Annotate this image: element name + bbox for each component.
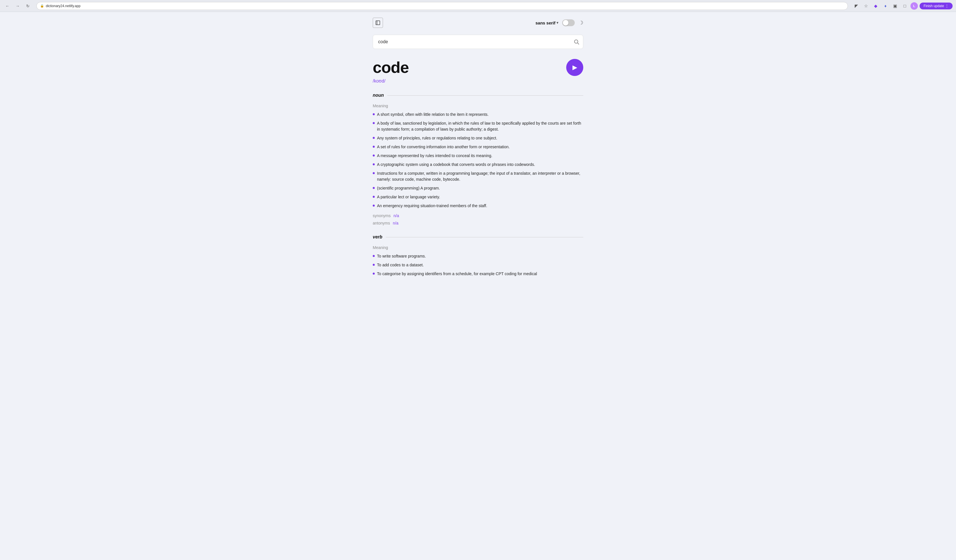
sidebar-icon[interactable]: □ [901,2,909,10]
header-right: sans serif ▾ ☽ [536,19,583,26]
bullet-icon [373,172,375,174]
wallet-icon[interactable]: ♦ [882,2,889,10]
word-title-row: code ▶ [373,58,583,77]
toggle-knob [563,20,568,26]
moon-icon: ☽ [579,20,583,26]
lock-icon: 🔒 [40,4,44,8]
word-section: code ▶ /koʊd/ [373,58,583,83]
synonyms-label: synonyms [373,213,391,218]
list-item: A set of rules for converting informatio… [373,144,583,150]
bullet-icon [373,154,375,156]
play-pronunciation-button[interactable]: ▶ [566,59,583,76]
word-title: code [373,58,409,77]
list-item: To add codes to a dataset. [373,262,583,268]
verb-pos-label: verb [373,234,382,240]
browser-chrome: ← → ↻ 🔒 dictionary24.netlify.app ◤ ☆ ◆ ♦… [0,0,956,12]
bullet-icon [373,137,375,139]
list-item: To categorise by assigning identifiers f… [373,271,583,277]
bullet-icon [373,196,375,198]
bullet-icon [373,272,375,275]
font-selector[interactable]: sans serif ▾ [536,20,558,25]
app-header: sans serif ▾ ☽ [373,17,583,28]
chevron-down-icon: ▾ [557,21,558,25]
forward-button[interactable]: → [14,2,22,10]
antonyms-value: n/a [393,221,398,225]
svg-rect-0 [376,21,380,25]
bookmark-icon[interactable]: ☆ [862,2,870,10]
reload-button[interactable]: ↻ [24,2,32,10]
list-item: An emergency requiring situation-trained… [373,203,583,209]
verb-meaning-label: Meaning [373,245,583,250]
bullet-icon [373,255,375,257]
bullet-icon [373,113,375,115]
bullet-icon [373,163,375,165]
antonyms-label: antonyms [373,221,390,225]
avatar[interactable]: L [910,2,918,10]
bullet-icon [373,146,375,148]
screenshot-icon[interactable]: ◤ [852,2,860,10]
list-item: Instructions for a computer, written in … [373,170,583,182]
bullet-icon [373,264,375,266]
list-item: A cryptographic system using a codebook … [373,162,583,168]
noun-meaning-label: Meaning [373,104,583,108]
extensions-icon[interactable]: ◆ [872,2,880,10]
search-button[interactable] [574,39,579,45]
noun-meanings-list: A short symbol, often with little relati… [373,112,583,209]
font-label: sans serif [536,20,555,25]
noun-pos-divider: noun [373,93,583,98]
address-bar[interactable]: 🔒 dictionary24.netlify.app [36,2,848,10]
phonetic: /koʊd/ [373,78,583,83]
noun-section: noun Meaning A short symbol, often with … [373,93,583,225]
bullet-icon [373,122,375,124]
list-item: Any system of principles, rules or regul… [373,135,583,141]
noun-pos-label: noun [373,93,384,98]
pos-divider-line [387,95,583,96]
antonyms-row: antonyms n/a [373,221,583,225]
book-icon-button[interactable] [373,17,383,28]
list-item: To write software programs. [373,253,583,259]
svg-point-2 [574,40,578,43]
browser-actions: ◤ ☆ ◆ ♦ ▣ □ L Finish update ⋮ [852,2,953,10]
list-item: A body of law, sanctioned by legislation… [373,120,583,132]
capture-icon[interactable]: ▣ [891,2,899,10]
search-container [373,35,583,49]
list-item: (scientific programming) A program. [373,185,583,191]
app-container: sans serif ▾ ☽ code ▶ /koʊd/ [367,12,589,292]
verb-meanings-list: To write software programs. To add codes… [373,253,583,277]
svg-line-3 [577,43,579,44]
list-item: A short symbol, often with little relati… [373,112,583,118]
play-icon: ▶ [572,64,577,71]
finish-update-button[interactable]: Finish update ⋮ [920,3,953,9]
synonyms-value: n/a [393,213,399,218]
list-item: A particular lect or language variety. [373,194,583,200]
list-item: A message represented by rules intended … [373,153,583,159]
dark-mode-toggle[interactable] [562,19,575,26]
search-input[interactable] [373,35,583,49]
bullet-icon [373,204,375,206]
pos-divider-line [386,237,583,238]
url-text: dictionary24.netlify.app [46,4,80,8]
verb-pos-divider: verb [373,234,583,240]
menu-dots-icon: ⋮ [945,4,948,8]
bullet-icon [373,187,375,189]
synonyms-row: synonyms n/a [373,213,583,218]
back-button[interactable]: ← [3,2,11,10]
verb-section: verb Meaning To write software programs.… [373,234,583,277]
